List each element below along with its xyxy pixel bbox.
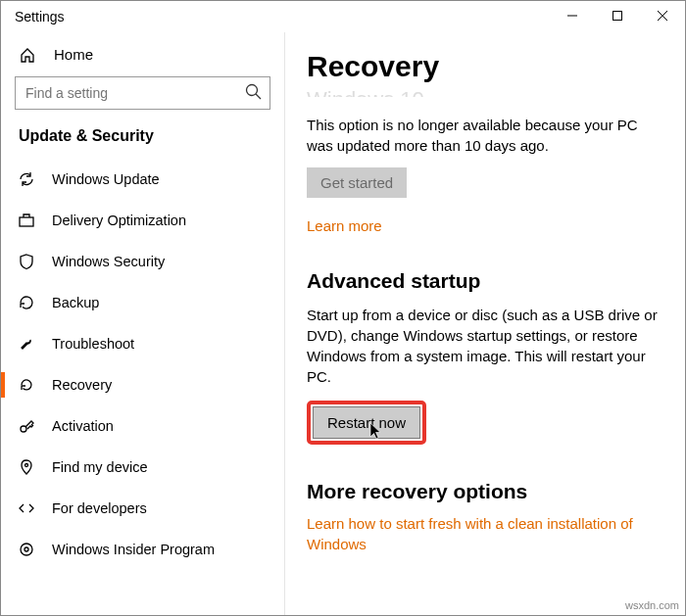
sync-icon (17, 170, 36, 188)
svg-point-10 (24, 547, 28, 551)
svg-line-5 (256, 94, 261, 99)
sidebar: Home Update & Security Windows Update De… (1, 32, 285, 615)
key-icon (17, 417, 36, 435)
page-title: Recovery (307, 50, 662, 83)
code-icon (17, 499, 36, 517)
sidebar-item-delivery-optimization[interactable]: Delivery Optimization (1, 200, 284, 241)
settings-window: Settings Home Update (0, 0, 686, 616)
sidebar-item-windows-update[interactable]: Windows Update (1, 159, 284, 200)
get-started-button: Get started (307, 167, 407, 198)
shield-icon (17, 253, 36, 270)
home-label: Home (54, 46, 93, 63)
sidebar-item-label: Recovery (52, 377, 112, 393)
sidebar-item-troubleshoot[interactable]: Troubleshoot (1, 323, 284, 364)
svg-rect-1 (613, 12, 622, 21)
category-heading: Update & Security (1, 121, 284, 159)
maximize-button[interactable] (595, 1, 640, 30)
close-icon (658, 11, 667, 21)
sidebar-item-label: Delivery Optimization (52, 213, 186, 228)
sidebar-item-label: Windows Insider Program (52, 542, 215, 557)
watermark: wsxdn.com (625, 599, 679, 611)
sidebar-item-label: Windows Update (52, 171, 160, 187)
restart-now-button[interactable]: Restart now (313, 406, 420, 439)
sidebar-item-recovery[interactable]: Recovery (1, 364, 284, 405)
home-icon (19, 47, 36, 63)
fresh-install-link[interactable]: Learn how to start fresh with a clean in… (307, 513, 662, 554)
sidebar-item-label: Backup (52, 295, 99, 310)
content-pane: Recovery Windows 10 This option is no lo… (285, 32, 685, 615)
recovery-icon (17, 376, 36, 394)
truncated-prev-heading: Windows 10 (307, 87, 662, 97)
nav-list: Windows Update Delivery Optimization Win… (1, 159, 284, 615)
sidebar-item-for-developers[interactable]: For developers (1, 488, 284, 529)
maximize-icon (612, 11, 622, 21)
svg-point-4 (247, 85, 258, 96)
sidebar-item-label: Activation (52, 418, 114, 434)
restart-highlight: Restart now (307, 401, 426, 445)
advanced-startup-heading: Advanced startup (307, 269, 662, 293)
wrench-icon (17, 335, 36, 353)
search-wrap (15, 76, 270, 110)
minimize-button[interactable] (550, 1, 595, 30)
learn-more-link[interactable]: Learn more (307, 217, 382, 234)
svg-point-8 (25, 464, 28, 467)
cursor-icon (369, 422, 385, 442)
insider-icon (17, 541, 36, 558)
window-controls (550, 1, 685, 30)
location-icon (17, 458, 36, 476)
more-recovery-heading: More recovery options (307, 480, 662, 503)
close-button[interactable] (640, 1, 685, 30)
sidebar-item-label: Find my device (52, 459, 148, 475)
sidebar-item-label: Troubleshoot (52, 336, 134, 352)
home-nav[interactable]: Home (1, 36, 284, 72)
svg-point-9 (21, 544, 32, 555)
svg-rect-6 (20, 217, 33, 226)
goback-description: This option is no longer available becau… (307, 115, 662, 156)
search-icon[interactable] (245, 83, 263, 101)
sidebar-item-windows-security[interactable]: Windows Security (1, 241, 284, 282)
delivery-icon (17, 212, 36, 229)
search-input[interactable] (15, 76, 270, 110)
backup-icon (17, 294, 36, 311)
sidebar-item-windows-insider-program[interactable]: Windows Insider Program (1, 529, 284, 570)
minimize-icon (567, 11, 577, 21)
sidebar-item-label: For developers (52, 500, 147, 516)
sidebar-item-backup[interactable]: Backup (1, 282, 284, 323)
sidebar-item-activation[interactable]: Activation (1, 405, 284, 447)
sidebar-item-label: Windows Security (52, 254, 165, 269)
sidebar-item-find-my-device[interactable]: Find my device (1, 447, 284, 488)
window-title: Settings (15, 9, 65, 24)
advanced-startup-description: Start up from a device or disc (such as … (307, 305, 662, 387)
